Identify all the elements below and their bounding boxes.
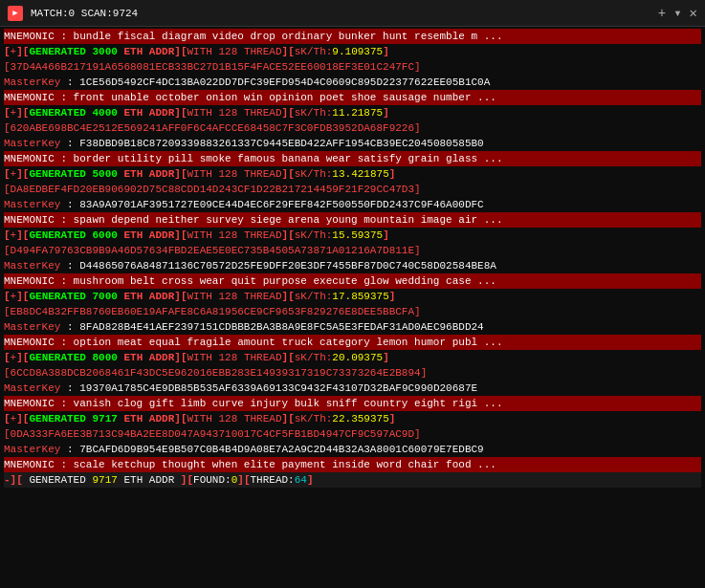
terminal-line: MNEMONIC : vanish clog gift limb curve i…	[4, 396, 701, 411]
terminal-line: MNEMONIC : mushroom belt cross wear quit…	[4, 273, 701, 289]
addr-line: [0DA333FA6EE3B713C94BA2EE8D047A943710017…	[4, 426, 701, 442]
title-text: MATCH:0 SCAN:9724	[31, 8, 650, 19]
terminal-line: MNEMONIC : scale ketchup thought when el…	[4, 457, 701, 472]
addr-line: [D494FA79763CB9B9A46D57634FBD2EAE5E0EC73…	[4, 243, 701, 258]
addr-line: [EB8DC4B32FFB8760EB60E19AFAFE8C6A81956CE…	[4, 304, 701, 319]
terminal-line: MasterKey : D44865076A84871136C70572D25F…	[4, 258, 701, 273]
close-button[interactable]: ✕	[690, 5, 697, 21]
terminal-line: [+][GENERATED 5000 ETH ADDR][WITH 128 TH…	[4, 166, 701, 182]
terminal-line: MasterKey : 19370A1785C4E9DB85B535AF6339…	[4, 381, 701, 396]
terminal-line: MasterKey : 7BCAFD6D9B954E9B507C0B4B4D9A…	[4, 442, 701, 457]
addr-line: [620ABE698BC4E2512E569241AFF0F6C4AFCCE68…	[4, 120, 701, 136]
terminal-line: [+][GENERATED 7000 ETH ADDR][WITH 128 TH…	[4, 289, 701, 304]
terminal-line: MasterKey : F38DBD9B18C87209339883261337…	[4, 136, 701, 151]
terminal-line: MasterKey : 8FAD828B4E41AEF2397151CDBBB2…	[4, 319, 701, 335]
terminal-line: [+][GENERATED 8000 ETH ADDR][WITH 128 TH…	[4, 350, 701, 365]
terminal-line: MNEMONIC : spawn depend neither survey s…	[4, 212, 701, 228]
terminal-line: -][ GENERATED 9717 ETH ADDR ][FOUND:0][T…	[4, 472, 701, 488]
terminal-line: MasterKey : 1CE56D5492CF4DC13BA022DD7DFC…	[4, 75, 701, 90]
terminal-line: [+][GENERATED 9717 ETH ADDR][WITH 128 TH…	[4, 411, 701, 426]
addr-line: [DA8EDBEF4FD20EB906902D75C88CDD14D243CF1…	[4, 182, 701, 197]
terminal-line: MNEMONIC : border utility pill smoke fam…	[4, 151, 701, 166]
terminal-line: MNEMONIC : front unable october onion wi…	[4, 90, 701, 105]
terminal-content: MNEMONIC : bundle fiscal diagram video d…	[0, 27, 705, 588]
addr-line: [6CCD8A388DCB2068461F43DC5E962016EBB283E…	[4, 365, 701, 381]
tab-menu-button[interactable]: ▾	[673, 5, 681, 21]
addr-line: [37D4A466B217191A6568081ECB33BC27D1B15F4…	[4, 59, 701, 75]
terminal-line: [+][GENERATED 3000 ETH ADDR][WITH 128 TH…	[4, 44, 701, 59]
terminal-line: MNEMONIC : bundle fiscal diagram video d…	[4, 29, 701, 44]
new-tab-button[interactable]: +	[658, 6, 666, 21]
app-icon: ▶	[8, 6, 23, 21]
title-bar: ▶ MATCH:0 SCAN:9724 + ▾ ✕	[0, 0, 705, 27]
terminal-line: MNEMONIC : option meat equal fragile amo…	[4, 335, 701, 350]
terminal-line: MasterKey : 83A9A9701AF3951727E09CE44D4E…	[4, 197, 701, 212]
terminal-line: [+][GENERATED 6000 ETH ADDR][WITH 128 TH…	[4, 228, 701, 243]
terminal-line: [+][GENERATED 4000 ETH ADDR][WITH 128 TH…	[4, 105, 701, 120]
